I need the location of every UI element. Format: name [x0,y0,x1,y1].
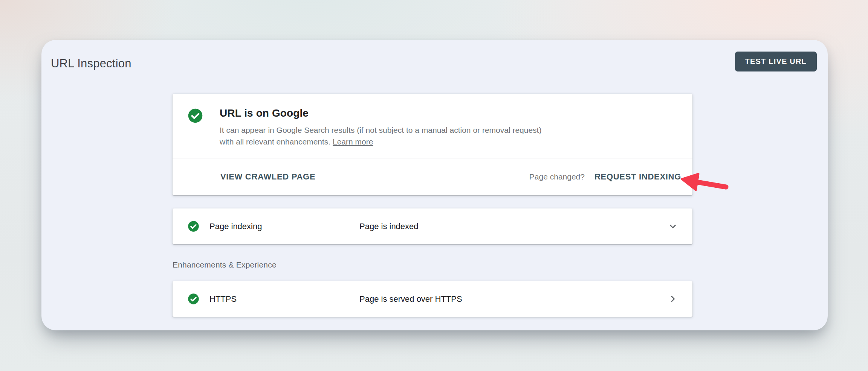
check-circle-icon [188,220,199,232]
chevron-down-icon [668,221,678,232]
view-crawled-page-link[interactable]: VIEW CRAWLED PAGE [220,172,315,182]
url-inspection-panel: URL Inspection TEST LIVE URL URL is on G… [41,40,828,330]
https-label: HTTPS [209,294,237,304]
url-status-footer: VIEW CRAWLED PAGE Page changed? REQUEST … [173,158,692,195]
panel-header: URL Inspection TEST LIVE URL [41,40,828,71]
enhancements-section-label: Enhancements & Experience [173,260,692,269]
check-circle-icon [188,293,199,305]
page-indexing-status: Page is indexed [359,222,419,231]
url-status-text: URL is on Google It can appear in Google… [220,107,551,158]
chevron-right-icon [668,294,678,304]
test-live-url-button[interactable]: TEST LIVE URL [735,52,817,71]
page-indexing-label: Page indexing [209,222,262,231]
inspection-content: URL is on Google It can appear in Google… [173,94,692,317]
https-row[interactable]: HTTPS Page is served over HTTPS [173,281,692,317]
status-description-text: It can appear in Google Search results (… [220,126,541,146]
page-title: URL Inspection [51,57,131,70]
https-status: Page is served over HTTPS [359,294,462,304]
page-changed-label: Page changed? [529,172,585,181]
page-indexing-row[interactable]: Page indexing Page is indexed [173,208,692,244]
url-status-main: URL is on Google It can appear in Google… [173,94,692,158]
status-title: URL is on Google [220,107,551,119]
page-background: URL Inspection TEST LIVE URL URL is on G… [0,0,868,371]
request-indexing-link[interactable]: REQUEST INDEXING [594,172,681,182]
learn-more-link[interactable]: Learn more [333,137,373,146]
check-circle-icon [188,108,203,123]
footer-right-group: Page changed? REQUEST INDEXING [529,172,681,182]
status-description: It can appear in Google Search results (… [220,124,551,147]
url-status-card: URL is on Google It can appear in Google… [173,94,692,195]
